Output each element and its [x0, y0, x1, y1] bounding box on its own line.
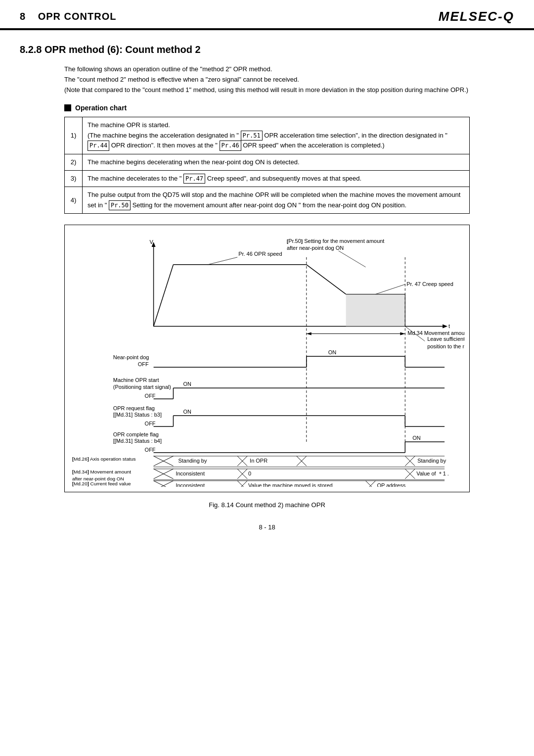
- para-3: (Note that compared to the "count method…: [64, 85, 470, 95]
- standing-by-2: Standing by: [417, 458, 446, 464]
- pr46-label: Pr. 46 OPR speed: [238, 251, 282, 257]
- on-label-comp: ON: [412, 435, 421, 441]
- section-main-title: 8.2.8 OPR method (6): Count method 2: [20, 44, 514, 55]
- svg-marker-16: [307, 332, 312, 335]
- svg-line-12: [375, 284, 405, 294]
- row-content-1: The machine OPR is started. (The machine…: [83, 117, 470, 154]
- opr-complete-label: OPR complete flag: [113, 431, 159, 437]
- value-machine-moved: Value the machine moved is stored: [248, 482, 333, 487]
- pr50-sub: after near-point dog ON: [287, 245, 344, 251]
- leave-label: Leave sufficient distance from the OP: [427, 336, 464, 342]
- brand-name: MELSEC-Q: [439, 9, 514, 24]
- table-row: 4) The pulse output from the QD75 will s…: [65, 187, 470, 214]
- on-label-dog: ON: [328, 350, 337, 356]
- svg-line-54: [154, 481, 174, 487]
- pr50-label: [Pr.50] Setting for the movement amount: [287, 238, 385, 244]
- table-row: 1) The machine OPR is started. (The mach…: [65, 117, 470, 154]
- op-address: OP address: [377, 482, 405, 487]
- fig-caption: Fig. 8.14 Count method 2) machine OPR: [64, 501, 470, 509]
- svg-line-58: [365, 481, 375, 487]
- para-2: The "count method 2" method is effective…: [64, 75, 470, 85]
- off-label-dog: OFF: [138, 361, 149, 367]
- md34-label: Md.34 Movement amount after near-point d…: [407, 331, 464, 336]
- zero-label: 0: [248, 471, 251, 476]
- body-text: The following shows an operation outline…: [64, 64, 470, 95]
- on-label-req: ON: [183, 409, 191, 415]
- row-content-2: The machine begins decelerating when the…: [83, 154, 470, 170]
- op-chart-label: Operation chart: [64, 104, 470, 112]
- header-left: 8 OPR CONTROL: [20, 11, 116, 22]
- section-title-header: OPR CONTROL: [38, 11, 117, 22]
- near-dog-label: Near-point dog: [113, 355, 149, 361]
- inconsistent-2: Inconsistent: [176, 482, 205, 487]
- leave-sub: position to the near-point dog OFF: [427, 344, 464, 350]
- diagram-svg: V t Pr. 46 OPR speed [P: [70, 230, 464, 487]
- diagram-container: V t Pr. 46 OPR speed [P: [64, 225, 470, 492]
- pr51-ref: Pr.51: [241, 131, 263, 141]
- table-row: 3) The machine decelerates to the " Pr.4…: [65, 170, 470, 187]
- on-label-mach: ON: [183, 381, 191, 387]
- md20-label: [Md.20] Current feed value: [72, 481, 131, 486]
- in-opr: In OPR: [250, 458, 267, 464]
- svg-line-4: [154, 265, 174, 327]
- opr-complete-sub: [[Md.31] Status : b4]: [113, 438, 162, 444]
- off-label-req: OFF: [145, 421, 156, 426]
- pr46-ref-1: Pr.46: [220, 141, 241, 151]
- svg-marker-3: [443, 325, 447, 329]
- svg-marker-17: [400, 332, 405, 335]
- machine-opr-label: Machine OPR start: [113, 377, 159, 383]
- t-axis-label: t: [448, 324, 450, 330]
- inconsistent-1: Inconsistent: [176, 471, 205, 476]
- svg-line-56: [237, 481, 247, 487]
- opr-req-sub: [[Md.31] Status : b3]: [113, 412, 162, 418]
- svg-line-10: [208, 257, 237, 265]
- pr50-ref: Pr.50: [109, 200, 131, 211]
- md34-row-label: [Md.34] Movement amount: [72, 469, 131, 474]
- pr44-ref: Pr.44: [88, 141, 109, 151]
- svg-line-6: [307, 265, 346, 294]
- value-star1: Value of ＊1 .: [416, 471, 449, 476]
- page-container: 8 OPR CONTROL MELSEC-Q 8.2.8 OPR method …: [0, 0, 534, 756]
- machine-opr-sub: (Positioning start signal): [113, 384, 171, 390]
- table-row: 2) The machine begins decelerating when …: [65, 154, 470, 170]
- opr-req-label: OPR request flag: [113, 405, 155, 411]
- off-label-mach: OFF: [145, 393, 156, 399]
- standing-by-1: Standing by: [178, 458, 207, 464]
- section-number: 8: [20, 11, 26, 22]
- row-content-3: The machine decelerates to the " Pr.47 C…: [83, 170, 470, 187]
- row-num-4: 4): [65, 187, 83, 214]
- svg-line-11: [339, 251, 366, 267]
- page-number: 8 - 18: [0, 523, 534, 531]
- row-num-1: 1): [65, 117, 83, 154]
- pr47-label: Pr. 47 Creep speed: [406, 281, 453, 287]
- para-1: The following shows an operation outline…: [64, 64, 470, 75]
- row-num-2: 2): [65, 154, 83, 170]
- pr47-ref: Pr.47: [183, 174, 205, 184]
- svg-marker-9: [346, 294, 405, 327]
- page-header: 8 OPR CONTROL MELSEC-Q: [0, 0, 534, 30]
- off-label-comp: OFF: [145, 447, 156, 453]
- op-chart-text: Operation chart: [75, 104, 127, 112]
- row-num-3: 3): [65, 170, 83, 187]
- md26-label: [Md.26] Axis operation status: [72, 456, 135, 462]
- row-content-4: The pulse output from the QD75 will stop…: [83, 187, 470, 214]
- operation-table: 1) The machine OPR is started. (The mach…: [64, 117, 470, 214]
